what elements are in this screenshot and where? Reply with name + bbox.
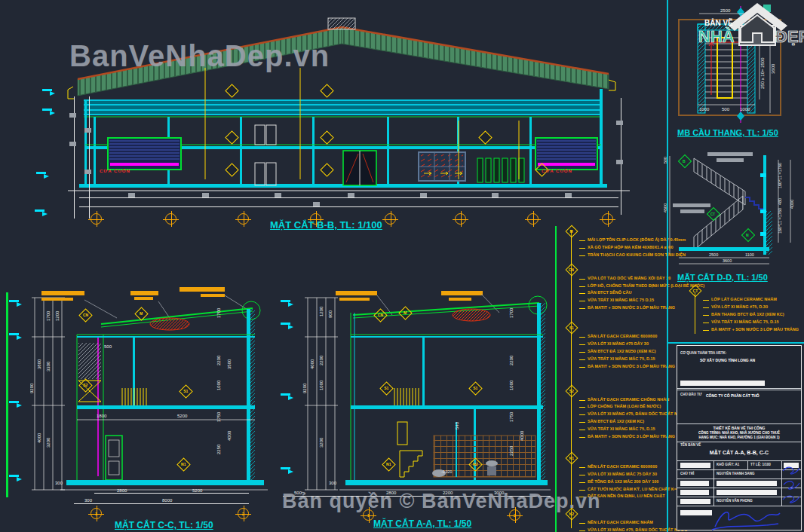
svg-text:250 x 10= 2500: 250 x 10= 2500 (760, 57, 765, 89)
note-line: BẢ MATIT + SƠN NƯỚC 3 LỚP MÀU TRẮNG (703, 326, 804, 334)
svg-text:B: B (683, 159, 686, 164)
drawing-name-label: TÊN BẢN VẼ (680, 444, 701, 448)
bb-eave-band (84, 99, 603, 117)
svg-text:3200: 3200 (46, 437, 51, 448)
svg-text:2250: 2250 (509, 445, 514, 456)
note-line: VỮA LÓT TẠO DỐC VỀ MÁNG XỐI DÀY 20 (579, 275, 726, 283)
aa-mezzanine (351, 388, 543, 409)
note-lines: MÁI LỢP TÔN CLIP-LOCK (ĐÔNG Á) DÀY 0.45m… (579, 237, 726, 259)
svg-text:500: 500 (104, 344, 112, 349)
svg-text:900: 900 (328, 310, 333, 318)
redacted-text (680, 490, 709, 495)
svg-text:540: 540 (455, 421, 459, 430)
svg-text:2200: 2200 (509, 355, 514, 365)
stair-notes-column: CT LỚP LÁT GẠCH CERAMIC NHÁMVỮA LÓT XI M… (691, 286, 804, 333)
level-marker (42, 110, 55, 115)
svg-text:2200: 2200 (319, 355, 324, 365)
banvenhadep-logo: BẢN VẼ NHÀ ĐẸP (691, 3, 804, 48)
note-line: MÁI LỢP TÔN CLIP-LOCK (ĐÔNG Á) DÀY 0.45m… (579, 237, 726, 244)
svg-text:1100: 1100 (745, 252, 754, 257)
redacted-text (680, 481, 709, 486)
cc-roof (101, 301, 260, 330)
bb-dim-chain (79, 197, 618, 198)
approver-label: CƠ QUAN THẨM TRA HSTK: (680, 352, 726, 356)
svg-text:3300: 3300 (46, 361, 51, 371)
grid-bubble (527, 213, 539, 225)
svg-text:1750: 1750 (216, 411, 221, 422)
person-name: NGUYỄN VĂN PHONG (717, 500, 753, 503)
aa-left-dims (305, 298, 338, 490)
svg-text:4000: 4000 (790, 200, 794, 209)
svg-text:NHÀ: NHÀ (698, 27, 735, 46)
drawing-name: MẶT CẮT A-A, B-B, C-C (677, 450, 801, 455)
title-block: CƠ QUAN THẨM TRA HSTK: SỞ XÂY DỰNG TỈNH … (677, 345, 802, 530)
bb-dim-line-right (621, 98, 621, 215)
level-marker (35, 211, 48, 216)
svg-text:1700: 1700 (46, 310, 51, 321)
level-marker (281, 469, 293, 474)
grid-bubble (385, 213, 396, 225)
note-line: BẢN THANG BTCT ĐÁ 1X2 (XEM KC) (703, 311, 804, 319)
level-marker (42, 90, 55, 96)
section-aa-drawing: 1200 900 4000 2200 1000 9200 3200 300 17… (302, 271, 554, 497)
svg-text:1000: 1000 (216, 380, 221, 390)
signature-main (707, 507, 783, 531)
bb-rolling-door-left (108, 138, 181, 170)
grid-bubble (455, 213, 466, 225)
redacted-text (680, 463, 710, 468)
title-block-top-line (667, 342, 804, 344)
note-line: LỚP LÁT GẠCH CERAMIC NHÁM (703, 296, 804, 304)
cc-door (106, 436, 122, 480)
note-line: SÀN LÁT GẠCH CERAMIC 600X600 (579, 333, 726, 341)
watermark-bottom: Bản quyền © BanVeNhaDep.vn (282, 490, 600, 513)
cc-walls (77, 309, 255, 480)
svg-text:N: N (746, 233, 749, 237)
svg-text:4000: 4000 (227, 430, 232, 441)
cc-callout-leaders (84, 295, 249, 318)
svg-text:CT: CT (710, 212, 715, 216)
redacted-text (680, 381, 765, 386)
level-marker (9, 476, 22, 482)
level-marker (9, 402, 22, 408)
svg-text:3200: 3200 (319, 437, 324, 448)
note-line: VỮA TRÁT XI MĂNG MÁC 75, D.15 (703, 319, 804, 326)
aa-stairs (397, 422, 422, 477)
note-marker-diamond: CT (689, 285, 702, 298)
bb-dim-line (89, 96, 90, 219)
svg-text:1000: 1000 (740, 107, 750, 112)
svg-text:300: 300 (55, 481, 63, 485)
note-marker-diamond: S1 (566, 322, 578, 335)
section-bb-label: MẶT CẮT B-B, TL: 1/100 (270, 219, 382, 231)
svg-text:160*11 =1760: 160*11 =1760 (778, 163, 782, 188)
aa-callout-bars (336, 291, 483, 301)
note-group: M MÁI LỢP TÔN CLIP-LOCK (ĐÔNG Á) DÀY 0.4… (567, 227, 726, 259)
level-marker (9, 335, 22, 340)
svg-text:BẢN VẼ: BẢN VẼ (704, 18, 733, 27)
watermark-top: BanVeNhaDep.vn (69, 39, 330, 73)
svg-text:160*11 =1760: 160*11 =1760 (778, 208, 782, 234)
sheet-frame-line (667, 0, 668, 532)
note-marker-diamond: CN (566, 263, 578, 276)
level-marker (281, 324, 293, 329)
grid-bubble (165, 213, 176, 225)
svg-text:2250: 2250 (216, 444, 221, 454)
svg-text:1000: 1000 (699, 107, 710, 112)
section-arrow-bottom (737, 112, 744, 121)
investor-name: CÔNG TY CỔ PHẦN CÁT THỔ (706, 393, 760, 398)
section-cc-label: MẶT CẮT C-C, TL: 1/50 (115, 520, 213, 530)
note-marker-diamond: M (566, 225, 578, 238)
redacted-text (680, 499, 710, 504)
note-group: CT LỚP LÁT GẠCH CERAMIC NHÁMVỮA LÓT XI M… (691, 286, 804, 333)
investor-label: CHỦ ĐẦU TƯ (680, 393, 701, 397)
svg-text:480: 480 (778, 198, 782, 205)
note-marker-diamond: N1 (566, 451, 578, 464)
section-aa-label: MẶT CẮT A-A, TL: 1/50 (373, 518, 471, 529)
svg-text:1800: 1800 (97, 414, 107, 418)
note-line: VỮA LÓT XI MĂNG #75, D.30 (703, 304, 804, 311)
section-cc-drawing: 1700 1200 3800 3300 9200 4000 3200 300 1… (30, 271, 272, 497)
svg-text:5200: 5200 (177, 414, 188, 418)
cad-sheet-canvas: CỬA CUỐN CỬA CUỐN MẶT CẮT B-B, TL: 1/100 (0, 0, 804, 532)
svg-text:1200: 1200 (55, 310, 60, 321)
project-item: HẠNG MỤC: NHÀ KHO, PHƯỜNG 1 (GIAI ĐOẠN 1… (677, 436, 801, 441)
level-marker (36, 173, 49, 179)
